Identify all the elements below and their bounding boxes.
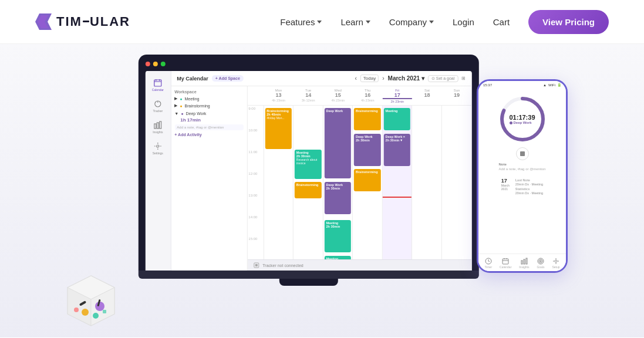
dot-red [145, 62, 150, 66]
nav-login[interactable]: Login [453, 17, 474, 27]
event-brainstorming-thu2[interactable]: Brainstorming [354, 169, 381, 191]
day-sat: Sat 18 [412, 86, 442, 105]
event-meeting-wed[interactable]: Meeting2h 30min [324, 220, 351, 252]
day-sun: Sun 19 [442, 86, 472, 105]
deep-work-activity[interactable]: ▼ ● Deep Work [174, 110, 243, 117]
event-deepwork-thu[interactable]: Deep Work2h 30min [354, 134, 381, 166]
prev-button[interactable]: ‹ [355, 75, 357, 82]
timer-display: 01:17:39 [509, 114, 535, 121]
log-date: 17 [501, 178, 510, 184]
sidebar-settings-icon[interactable]: Settings [149, 139, 167, 158]
col-wed: Deep Work Deep Work2h 30min Meeting2h 30… [323, 106, 353, 259]
brainstorming-dot: ● [180, 104, 182, 108]
event-brainstorming-mon[interactable]: Brainstorming2h 40min4h/day Mon... [265, 108, 292, 149]
svg-rect-25 [526, 258, 527, 264]
sidebar-calendar-icon[interactable]: Calendar [149, 76, 167, 94]
phone-nav-goals[interactable]: Goals [537, 258, 544, 269]
svg-rect-13 [255, 264, 257, 266]
laptop-screen: Calendar Tracker Insights Settings [145, 71, 471, 271]
dot-green [160, 62, 165, 66]
phone: 15:37 ▲ WiFi 🔋 01:17:39 [477, 79, 568, 273]
logo[interactable]: TIMULAR [35, 13, 130, 30]
day-thu: Thu 16 4h 23min [353, 86, 383, 105]
svg-rect-2 [154, 80, 161, 86]
phone-nav-insights[interactable]: Insights [519, 258, 529, 269]
nav-company[interactable]: Company [389, 17, 434, 27]
header: TIMULAR Features Learn Company Login Car… [0, 0, 644, 44]
calendar-grid: Mon 13 4h 23min Tue 14 3h 12min [247, 86, 471, 271]
grid-view-icon[interactable]: ⊞ [461, 76, 466, 81]
event-meeting-fri[interactable]: Meeting [384, 108, 411, 130]
meeting-activity[interactable]: ▶ ● Meeting [174, 95, 243, 102]
col-fri: Meeting Deep Work ×2h 30min ▾ [383, 106, 413, 259]
phone-mockup: 15:37 ▲ WiFi 🔋 01:17:39 [477, 79, 568, 273]
day-wed: Wed 15 4h 23min [323, 86, 353, 105]
event-deepwork-fri[interactable]: Deep Work ×2h 30min ▾ [384, 134, 411, 166]
log-label2: Statistics [515, 187, 543, 191]
event-brainstorming-tue2[interactable]: Brainstorming [295, 182, 322, 198]
chevron-down-icon [317, 21, 322, 23]
tracker-status-text: Tracker not connected [262, 263, 303, 268]
nav-cart[interactable]: Cart [493, 17, 510, 27]
set-goal-button[interactable]: ⊙ Set a goal [428, 75, 458, 82]
event-meeting-wed2[interactable]: Meeting2h 30min [324, 256, 351, 259]
chevron-down-icon [429, 21, 434, 23]
note-input[interactable]: Add a note, #tag or @mention [174, 124, 243, 130]
svg-point-36 [93, 313, 99, 319]
brainstorming-activity[interactable]: ▶ ● Brainstorming [174, 102, 243, 109]
add-space-button[interactable]: + Add Space [212, 75, 244, 82]
event-deepwork-wed2[interactable]: Deep Work2h 30min [324, 182, 351, 214]
dice-svg [59, 267, 123, 332]
add-activity-button[interactable]: + Add Activity [174, 133, 243, 137]
phone-nav-timer[interactable]: Timer [484, 258, 492, 269]
phone-bottom-nav: Timer Calendar Insights Goals Setup [478, 254, 566, 271]
logo-text: TIMULAR [56, 14, 130, 29]
note-label: Note [498, 163, 545, 166]
sidebar-tracker-icon[interactable]: Tracker [149, 97, 167, 116]
svg-point-29 [555, 260, 557, 262]
phone-nav-calendar[interactable]: Calendar [500, 258, 511, 269]
nav-learn[interactable]: Learn [340, 17, 370, 27]
deep-work-time: 1h 17min [174, 117, 243, 123]
meeting-dot: ● [180, 97, 182, 101]
tracker-icon [253, 262, 259, 268]
stop-button[interactable] [516, 147, 529, 160]
timer-ring: 01:17:39 Deep Work [499, 96, 546, 143]
phone-time: 15:37 [483, 83, 492, 87]
svg-rect-8 [154, 124, 156, 129]
activity-dot [509, 121, 512, 124]
laptop-mockup: Calendar Tracker Insights Settings [138, 55, 478, 286]
svg-rect-9 [157, 123, 159, 129]
col-sun [442, 106, 472, 259]
log-entries: Last Note 20min Dx · Meeting Statistics … [515, 178, 543, 195]
phone-note: Note Add a note, #tag or @mention [493, 163, 551, 171]
sidebar-insights-icon[interactable]: Insights [149, 118, 167, 137]
col-thu: Brainstorming Deep Work2h 30min Brainsto… [353, 106, 383, 259]
next-button[interactable]: › [382, 75, 384, 82]
app-sidebar: Calendar Tracker Insights Settings [145, 71, 171, 271]
phone-nav-setup[interactable]: Setup [552, 258, 559, 269]
phone-log: 17 March 2021 Last Note 20min Dx · Meeti… [495, 178, 549, 198]
today-button[interactable]: Today [360, 75, 379, 82]
event-meeting-tue[interactable]: Meeting2h 30minResearch about invoice [295, 150, 322, 179]
tracker-status-bar: Tracker not connected [247, 259, 471, 271]
deep-work-section: ▼ ● Deep Work 1h 17min Add a note, #tag … [174, 110, 243, 130]
stop-icon [520, 151, 525, 156]
svg-rect-19 [503, 259, 508, 264]
event-deepwork-wed[interactable]: Deep Work [324, 108, 351, 178]
timer-activity: Deep Work [509, 121, 535, 124]
hero-section: Calendar Tracker Insights Settings [0, 44, 644, 337]
dice-tracker [59, 267, 123, 332]
calendar-header: My Calendar + Add Space ‹ Today › March … [171, 71, 471, 86]
svg-rect-24 [524, 259, 525, 264]
col-sat [412, 106, 442, 259]
svg-line-18 [488, 261, 490, 262]
col-tue: Meeting2h 30minResearch about invoice Br… [294, 106, 323, 259]
phone-timer-area: 01:17:39 Deep Work Note Add a note, #tag… [478, 89, 566, 254]
svg-rect-10 [160, 121, 161, 129]
note-placeholder[interactable]: Add a note, #tag or @mention [498, 167, 545, 171]
nav-features[interactable]: Features [280, 17, 322, 27]
nav: Features Learn Company Login Cart View P… [280, 10, 609, 34]
event-brainstorming-thu[interactable]: Brainstorming [354, 108, 381, 130]
view-pricing-button[interactable]: View Pricing [528, 10, 609, 34]
